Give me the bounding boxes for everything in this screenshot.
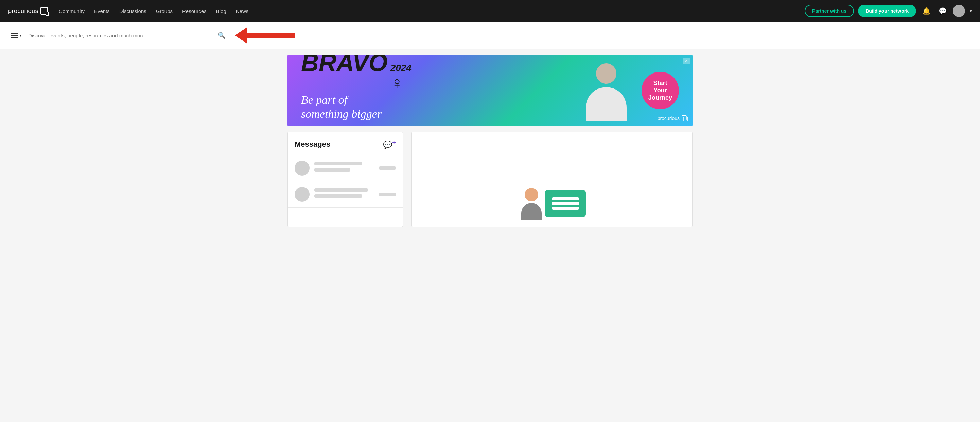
ad-person-image [579,60,633,121]
navbar-right: Partner with us Build your network 🔔 💬 ▾ [805,5,972,17]
nav-blog[interactable]: Blog [216,8,226,14]
avatar-button[interactable] [953,5,965,17]
ad-bravo-text: BRAVO [301,55,388,75]
partner-button[interactable]: Partner with us [805,5,854,17]
new-message-icon: 💬+ [383,139,396,149]
main-content: Messages 💬+ [279,132,701,227]
chevron-down-icon: ▾ [970,8,972,13]
avatar [953,5,965,17]
nav-links: Community Events Discussions Groups Reso… [59,8,805,14]
right-content-area [411,132,692,227]
hamburger-button[interactable]: ▾ [8,32,24,39]
nav-resources[interactable]: Resources [182,8,207,14]
logo-icon [40,7,48,14]
ad-left-content: BRAVO 2024 ♀ Be part of something bigger… [301,55,579,126]
monitor-line [552,197,579,200]
network-button[interactable]: Build your network [858,5,916,17]
search-icon: 🔍 [218,32,225,39]
svg-rect-0 [682,116,686,120]
skeleton-time [379,166,396,170]
monitor-line [552,202,579,205]
nav-groups[interactable]: Groups [156,8,173,14]
messages-header: Messages 💬+ [288,132,402,155]
ad-tagline-line1: Be part of [301,94,347,106]
hamburger-icon [11,33,18,38]
skeleton-time [379,193,396,196]
search-input-container: 🔍 [28,32,225,39]
avatar [294,161,310,176]
skeleton-preview [314,168,350,171]
arrow-shaft [247,33,294,38]
ad-procurious-text: procurious [657,116,679,121]
person-body [586,87,627,121]
illustration [518,188,586,220]
svg-rect-1 [683,117,688,121]
ad-year: 2024 [390,63,412,73]
nav-discussions[interactable]: Discussions [119,8,146,14]
navbar: procurious Community Events Discussions … [0,0,980,22]
ad-close-button[interactable]: ✕ [683,58,690,64]
nav-news[interactable]: News [236,8,249,14]
illustration-person [518,188,545,220]
ad-tagline: Be part of something bigger [301,93,579,121]
ad-cta-button[interactable]: Start Your Journey [641,72,679,109]
illustration-head [525,188,538,201]
monitor-line [552,207,579,209]
ad-title: BRAVO 2024 ♀ [301,55,579,92]
message-content [314,162,374,174]
chat-icon: 💬 [939,7,947,15]
messages-button[interactable]: 💬 [937,5,949,17]
ad-banner[interactable]: ✕ BRAVO 2024 ♀ Be part of something bigg… [288,55,692,126]
ad-subtitle: Leadership Program for Women in Procurem… [301,125,579,126]
logo[interactable]: procurious [8,7,48,14]
message-item[interactable] [288,181,402,208]
search-button[interactable]: 🔍 [218,32,225,39]
avatar [294,187,310,202]
search-input[interactable] [28,33,215,38]
message-content [314,188,374,200]
ad-procurious-logo: procurious [657,115,688,121]
ad-tagline-line2: something bigger [301,107,382,120]
message-item[interactable] [288,155,402,181]
ad-banner-wrapper: ✕ BRAVO 2024 ♀ Be part of something bigg… [279,55,701,126]
skeleton-preview [314,194,362,198]
arrow-head [235,27,247,43]
skeleton-name [314,188,368,192]
messages-title: Messages [294,140,330,149]
illustration-monitor [545,190,586,217]
nav-community[interactable]: Community [59,8,84,14]
bell-icon: 🔔 [922,7,931,15]
messages-card: Messages 💬+ [288,132,403,227]
person-head [596,63,616,84]
ad-logo-icon [682,115,688,121]
nav-events[interactable]: Events [94,8,110,14]
logo-text: procurious [8,8,38,14]
new-message-button[interactable]: 💬+ [383,139,396,149]
ad-right-content: Start Your Journey [579,60,679,121]
arrow-annotation [235,27,294,43]
illustration-body [521,203,542,220]
red-arrow-icon [235,27,294,43]
notification-button[interactable]: 🔔 [920,5,932,17]
skeleton-name [314,162,362,165]
hamburger-chevron-icon: ▾ [20,34,21,37]
ad-symbol: ♀ [390,74,412,92]
search-bar: ▾ 🔍 [0,22,980,50]
